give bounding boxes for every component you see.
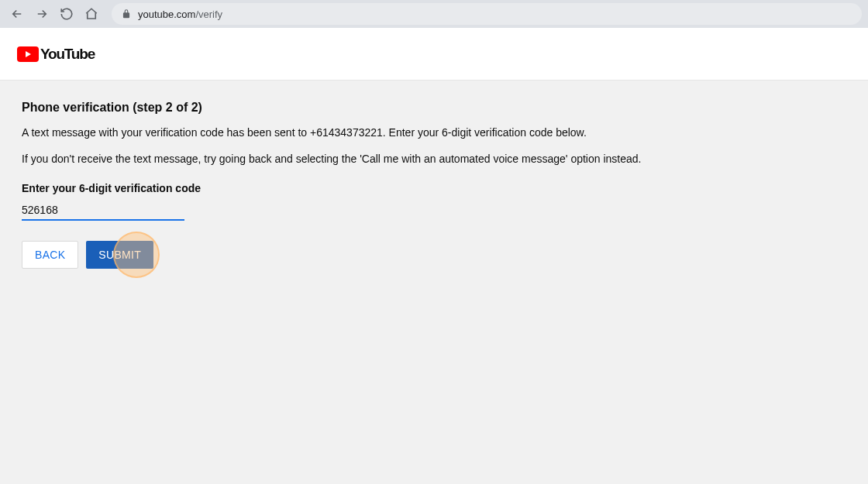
page-title: Phone verification (step 2 of 2) — [22, 101, 846, 115]
youtube-logo-text: YouTube — [40, 46, 95, 63]
verification-code-input[interactable] — [22, 201, 184, 221]
fallback-message: If you don't receive the text message, t… — [22, 152, 846, 167]
submit-button[interactable]: Submit — [86, 241, 153, 269]
browser-home-button[interactable] — [81, 3, 102, 25]
browser-back-button[interactable] — [6, 3, 28, 25]
sent-message: A text message with your verification co… — [22, 125, 846, 141]
button-row: Back Submit — [22, 241, 846, 269]
browser-forward-button[interactable] — [31, 3, 53, 25]
url-text: youtube.com/verify — [138, 9, 222, 20]
back-button[interactable]: Back — [22, 241, 78, 269]
youtube-play-icon — [17, 46, 39, 62]
youtube-header: YouTube — [0, 28, 868, 81]
lock-icon — [121, 9, 132, 19]
youtube-logo[interactable]: YouTube — [17, 46, 95, 63]
browser-reload-button[interactable] — [56, 3, 78, 25]
code-input-label: Enter your 6-digit verification code — [22, 182, 846, 194]
browser-chrome: youtube.com/verify — [0, 0, 868, 28]
address-bar[interactable]: youtube.com/verify — [112, 3, 862, 25]
main-content: Phone verification (step 2 of 2) A text … — [0, 81, 868, 289]
